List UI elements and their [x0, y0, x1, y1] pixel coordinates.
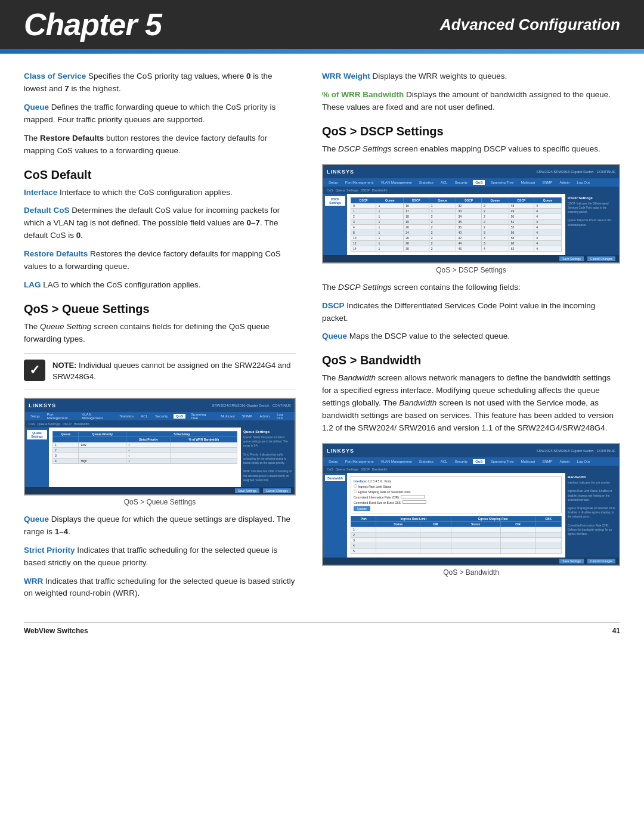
bw-th-egress: Egress Shaping Rate [451, 516, 535, 521]
nav-spanning: Spanning Tree [189, 413, 215, 420]
bw-row-5: 5 [351, 548, 562, 553]
subnav3-dscp: DSCP [361, 467, 370, 471]
nav-logout: Log Out [275, 413, 291, 420]
screenshot-bandwidth: LINKSYS SRW2024/SRW2016 Gigabit Switch C… [322, 443, 620, 566]
restore-defaults-bold: Restore Defaults [40, 134, 104, 143]
linksys-footer-queue: Save Settings Cancel Changes [25, 487, 295, 494]
bw-row-1: 1 [351, 527, 562, 532]
bw-burst-row: Committed Burst Size or Burst CBS: [354, 500, 559, 504]
panel-title-queue: Queue Settings [243, 430, 292, 433]
linksys-nav-bw: Setup Port Management VLAN Management St… [323, 457, 619, 466]
qos-queue-heading: QoS > Queue Settings [24, 302, 296, 316]
nav3-port: Port Management [343, 460, 376, 463]
bw-row-3: 3 [351, 537, 562, 543]
linksys-header-right-dscp: SRW2024/SRW2016 Gigabit Switch CONTINUE [537, 170, 616, 174]
th-empty [53, 436, 79, 442]
bw-committed-row: Committed Information Rate (CIR): [354, 495, 559, 499]
footer-label: WebView Switches [24, 627, 88, 635]
caption-dscp-settings: QoS > DSCP Settings [322, 266, 620, 274]
chapter-title: Chapter 5 [24, 7, 162, 42]
cos-default-heading: CoS Default [24, 168, 296, 182]
pct-wrr-para: % of WRR Bandwidth Displays the amount o… [322, 89, 620, 114]
dscp-th-5: DSCP [456, 197, 481, 203]
page-footer: WebView Switches 41 [24, 623, 620, 645]
linksys-right-panel-bw: Bandwidth Interface: Indicates the port … [565, 473, 619, 558]
nav2-admin: Admin [558, 181, 572, 184]
restore-defaults-para2: Restore Defaults Restores the device fac… [24, 248, 296, 273]
subnav-bandwidth: Bandwidth [74, 422, 89, 426]
subnav3-cos: CoS [327, 467, 333, 471]
cancel-changes-btn-bw[interactable]: Cancel Changes [587, 559, 615, 563]
nav-qos[interactable]: QoS [174, 414, 185, 419]
lag-term: LAG [24, 280, 41, 289]
dscp-row-6: 81242403564 [351, 230, 562, 235]
linksys-body-queue: Queue Settings Queue Queue Priority Sche… [25, 428, 295, 487]
dscp-row-5: 41202362524 [351, 224, 562, 230]
queue-displays-para: Queue Displays the queue for which the q… [24, 513, 296, 538]
nav2-snmp: SNMP [540, 181, 554, 184]
egress-checkbox[interactable] [354, 490, 357, 493]
caption-queue-settings: QoS > Queue Settings [24, 498, 296, 506]
sidebar-queue-settings[interactable]: Queue Settings [27, 430, 47, 439]
linksys-main-queue: Queue Queue Priority Scheduling Strict P… [49, 428, 241, 487]
th-scheduling: Scheduling [126, 431, 237, 436]
linksys-header-right-queue: SRW2024/SRW2016 Gigabit Switch CONTINUE [212, 404, 292, 407]
save-settings-btn-dscp[interactable]: Save Settings [559, 256, 584, 261]
panel-title-bw: Bandwidth [568, 475, 617, 479]
bw-interface-row: Interface: 1 2 3 4 5 6 Ports [354, 479, 559, 483]
bw-th-status: Status [376, 521, 420, 527]
nav3-security: Security [453, 460, 469, 463]
linksys-footer-dscp: Save Settings Cancel Changes [323, 255, 619, 262]
cir-input[interactable] [401, 495, 425, 498]
interface-term: Interface [24, 188, 57, 197]
queue-term: Queue [24, 103, 49, 112]
nav-security: Security [153, 414, 170, 418]
subnav2-queue: Queue Settings [336, 188, 358, 192]
nav-vlan: VLAN Management [80, 413, 114, 420]
nav2-stats: Statistics [417, 181, 435, 184]
th-wrr-weight: % of WRR Bandwidth [171, 436, 237, 442]
strict-priority-term: Strict Priority [24, 546, 75, 555]
save-settings-btn-bw[interactable]: Save Settings [559, 559, 584, 563]
linksys-subnav-queue: CoS Queue Settings DSCP Bandwidth [25, 420, 295, 428]
subnav2-bandwidth: Bandwidth [372, 188, 388, 192]
th-empty2 [79, 436, 126, 442]
nav2-spanning: Spanning Tree [488, 181, 515, 184]
linksys-sidebar-dscp: DSCP Settings [323, 194, 347, 255]
cbs-input[interactable] [402, 500, 426, 504]
update-btn[interactable]: Update [354, 506, 370, 511]
sidebar-dscp[interactable]: DSCP Settings [325, 196, 345, 206]
dscp-table: DSCP Queue DSCP Queue DSCP Queue DSCP Qu… [351, 197, 562, 252]
linksys-body-dscp: DSCP Settings DSCP Queue DSCP Queue DSCP [323, 194, 619, 255]
subnav2-cos: CoS [327, 188, 333, 192]
queue-para: Queue Defines the traffic forwarding que… [24, 101, 296, 126]
dscp-th-2: Queue [376, 197, 404, 203]
sidebar-bw[interactable]: Bandwidth [325, 475, 345, 481]
th-strict: Strict Priority [126, 436, 171, 442]
nav3-vlan: VLAN Management [379, 460, 413, 463]
bw-th-estatus: Status [451, 521, 500, 527]
wrr-para: WRR Indicates that traffic scheduling fo… [24, 575, 296, 600]
note-icon: ✓ [24, 360, 45, 381]
queue-displays-term: Queue [24, 515, 49, 524]
save-settings-btn[interactable]: Save Settings [235, 488, 259, 493]
dscp-row-8: 121282443604 [351, 240, 562, 246]
linksys-logo-bw: LINKSYS [327, 448, 354, 454]
bw-th-ecbs [535, 521, 562, 527]
accent-bar [0, 49, 644, 54]
content-area: Class of Service Specifies the CoS prior… [0, 54, 644, 623]
dscp-th-6: Queue [481, 197, 509, 203]
nav3-qos[interactable]: QoS [473, 459, 485, 464]
nav2-qos[interactable]: QoS [473, 180, 485, 185]
queue-table: Queue Queue Priority Scheduling Strict P… [52, 431, 237, 464]
ingress-checkbox[interactable] [354, 484, 357, 488]
cancel-changes-btn[interactable]: Cancel Changes [263, 488, 291, 493]
note-box: ✓ NOTE: Individual queues cannot be assi… [24, 353, 296, 389]
subnav3-bandwidth: Bandwidth [372, 467, 388, 471]
cancel-changes-btn-dscp[interactable]: Cancel Changes [587, 256, 615, 261]
screenshot-queue-settings: LINKSYS SRW2024/SRW2016 Gigabit Switch C… [24, 398, 296, 496]
linksys-nav-dscp: Setup Port Management VLAN Management St… [323, 178, 619, 187]
nav2-multicast: Multicast [519, 181, 537, 184]
queue-setting-desc: The Queue Setting screen contains fields… [24, 321, 296, 346]
linksys-main-bw: Interface: 1 2 3 4 5 6 Ports Ingress Rat… [347, 473, 565, 558]
